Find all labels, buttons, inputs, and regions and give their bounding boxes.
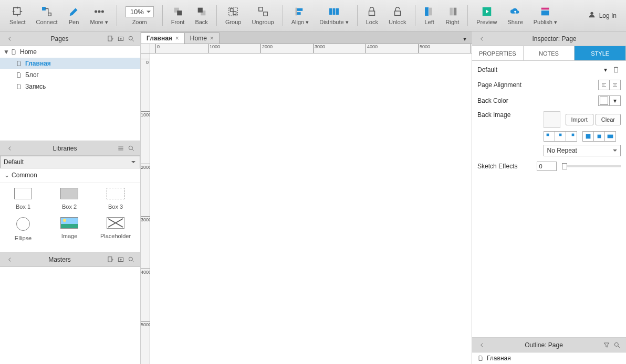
preview-label: Preview [476,19,497,25]
collapse-left-icon[interactable] [5,255,15,264]
svg-rect-34 [108,256,112,261]
distribute-tool[interactable]: Distribute ▾ [315,1,353,30]
collapse-left-icon[interactable] [477,340,487,350]
add-folder-icon[interactable] [116,255,126,264]
search-icon[interactable] [127,34,136,44]
paste-style-icon[interactable] [611,65,621,74]
back-color-swatch[interactable] [598,95,610,106]
shape-box2[interactable]: Box 2 [46,188,92,210]
front-tool[interactable]: Front [167,1,189,30]
sketch-input[interactable] [537,162,557,171]
libraries-head: Libraries [0,141,140,156]
inspector-tabs: PROPERTIES NOTES STYLE [472,46,626,61]
shape-ellipse[interactable]: Ellipse [0,217,46,241]
group-tool[interactable]: Group [221,1,246,30]
svg-rect-2 [48,13,51,16]
search-icon[interactable] [127,255,136,264]
tab-main[interactable]: Главная × [141,33,185,44]
library-dropdown[interactable]: Default [0,156,140,168]
align-center-btn[interactable] [609,80,621,90]
left-column: Pages ▼ Home Главная Блог Запись [0,31,141,364]
add-page-icon[interactable] [106,34,115,44]
category-label: Common [12,172,37,179]
ungroup-tool[interactable]: Ungroup [247,1,278,30]
pen-icon [68,6,80,17]
bgsize-2[interactable] [593,131,605,142]
publish-tool[interactable]: Publish ▾ [529,1,561,30]
align-tool[interactable]: Align ▾ [287,1,314,30]
bgpos-3[interactable] [566,131,577,142]
back-tool[interactable]: Back [191,1,212,30]
select-tool[interactable]: Select [5,1,30,30]
svg-rect-14 [263,12,267,16]
bgsize-1[interactable] [582,131,594,142]
shape-placeholder[interactable]: Placeholder [92,217,139,241]
collapse-left-icon[interactable] [5,144,15,153]
tree-item-post[interactable]: Запись [0,81,140,92]
tree-item-blog[interactable]: Блог [0,69,140,81]
preview-tool[interactable]: Preview [472,1,501,30]
sep [162,5,163,26]
bgpos-2[interactable] [555,131,566,142]
add-folder-icon[interactable] [116,34,126,44]
tree-root[interactable]: ▼ Home [0,46,140,58]
shape-image[interactable]: Image [46,217,92,241]
search-icon[interactable] [127,144,136,153]
distribute-label: Distribute ▾ [319,19,349,26]
svg-rect-17 [330,8,332,14]
bgsize-3[interactable] [604,131,616,142]
pane-right-tool[interactable]: Right [442,1,464,30]
tab-home[interactable]: Home × [184,33,220,44]
tab-notes[interactable]: NOTES [524,46,575,60]
canvas[interactable] [150,53,472,364]
tab-style[interactable]: STYLE [575,46,626,60]
close-icon[interactable]: × [210,35,214,42]
import-button[interactable]: Import [566,114,593,125]
pane-right-label: Right [446,19,460,25]
more-tool[interactable]: More ▾ [86,1,112,30]
outline-item[interactable]: Главная [472,352,626,364]
pane-left-tool[interactable]: Left [420,1,440,30]
collapse-left-icon[interactable] [5,34,15,44]
clear-button[interactable]: Clear [596,114,621,125]
unlock-tool[interactable]: Unlock [384,1,411,30]
shape-box1[interactable]: Box 1 [0,188,46,210]
zoom-control[interactable]: 10% Zoom [121,1,158,30]
collapse-left-icon[interactable] [477,34,487,44]
bgpos-1[interactable] [544,131,555,142]
search-icon[interactable] [612,340,622,350]
sketch-slider[interactable] [562,165,621,167]
align-left-btn[interactable] [598,80,610,90]
svg-rect-23 [429,8,432,16]
login-button[interactable]: Log In [583,10,621,20]
svg-rect-1 [43,7,46,10]
share-tool[interactable]: Share [503,1,527,30]
tab-properties[interactable]: PROPERTIES [472,46,524,60]
pen-tool[interactable]: Pen [64,1,84,30]
select-icon [12,6,23,17]
page-icon [9,48,18,56]
repeat-select[interactable]: No Repeat [544,145,621,156]
svg-rect-0 [14,8,20,15]
zoom-select[interactable]: 10% [126,6,154,17]
svg-point-32 [129,36,132,40]
filter-icon[interactable] [602,340,611,350]
menu-icon[interactable] [116,144,126,153]
category-common[interactable]: ⌄ Common [0,168,140,183]
back-label: Back [195,19,207,25]
tab-menu-icon[interactable]: ▾ [460,34,470,44]
tree-item-label: Главная [25,60,51,67]
add-page-icon[interactable] [106,255,115,264]
shape-box3[interactable]: Box 3 [92,188,139,210]
distribute-icon [328,6,340,17]
connect-tool[interactable]: Connect [32,1,62,30]
svg-rect-41 [586,134,590,138]
tree-item-main[interactable]: Главная [0,58,140,69]
close-icon[interactable]: × [175,35,179,42]
chevron-down-icon[interactable]: ▾ [601,65,610,74]
back-color-dropdown[interactable]: ▾ [609,95,621,106]
outline-title: Outline: Page [487,341,601,349]
svg-point-3 [95,10,97,13]
lock-tool[interactable]: Lock [362,1,382,30]
ruler-corner [141,44,150,53]
